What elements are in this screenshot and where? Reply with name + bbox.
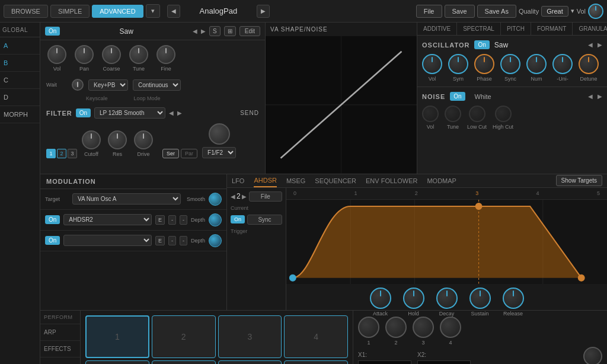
save-as-button[interactable]: Save As xyxy=(477,5,516,18)
simple-tab[interactable]: SIMPLE xyxy=(50,5,90,18)
add-tab-granular[interactable]: GRANULAR xyxy=(573,23,607,35)
sidebar-item-a[interactable]: A xyxy=(0,37,40,55)
mod-on-button-2[interactable]: On xyxy=(45,236,60,245)
dash-button-4[interactable]: - xyxy=(180,236,187,245)
effects-item[interactable]: EFFECTS xyxy=(40,341,80,357)
noise-tune-knob[interactable] xyxy=(445,106,461,122)
pad-1[interactable]: 1 xyxy=(85,315,149,359)
ser-button[interactable]: Ser xyxy=(162,149,179,158)
sidebar-item-c[interactable]: C xyxy=(0,72,40,89)
x1-grid[interactable] xyxy=(358,360,411,365)
release-knob[interactable] xyxy=(503,288,524,309)
drive-knob[interactable] xyxy=(134,130,153,149)
edit-button[interactable]: Edit xyxy=(239,26,260,36)
sidebar-item-morph[interactable]: MORPH xyxy=(0,106,40,123)
hold-knob[interactable] xyxy=(403,288,424,309)
env-tab-ahdsr[interactable]: AHDSR xyxy=(254,174,277,187)
osc-uni-knob[interactable] xyxy=(552,54,573,74)
global-on-button[interactable]: On xyxy=(45,27,60,36)
osc-detune-knob[interactable] xyxy=(579,54,599,74)
pad-2[interactable]: 2 xyxy=(152,315,216,359)
filter-next-arrow[interactable]: ▶ xyxy=(177,110,182,116)
env-tab-lfo[interactable]: LFO xyxy=(232,175,244,187)
osc-vol-knob[interactable] xyxy=(422,54,442,74)
add-tab-pitch[interactable]: PITCH xyxy=(501,23,531,35)
depth-knob-1[interactable] xyxy=(209,213,222,226)
global-coarse-knob[interactable] xyxy=(102,45,121,64)
loop-mode-dropdown[interactable]: Continuous xyxy=(133,79,181,91)
target-dropdown[interactable]: VA Num Osc A xyxy=(72,193,181,205)
waveform-prev-arrow[interactable]: ◀ xyxy=(193,28,197,34)
cutoff-knob[interactable] xyxy=(82,130,101,149)
loop-button[interactable]: ⊞ xyxy=(224,26,236,36)
sustain-knob[interactable] xyxy=(469,288,491,309)
lfo-prev-arrow[interactable]: ◀ xyxy=(231,193,235,200)
env-tab-mseg[interactable]: MSEG xyxy=(286,175,305,187)
noise-vol-knob[interactable] xyxy=(422,106,439,122)
sidebar-item-b[interactable]: B xyxy=(0,55,40,72)
osc-prev-arrow[interactable]: ◀ xyxy=(588,41,593,48)
perf-attack-knob[interactable] xyxy=(583,347,602,365)
env-tab-sequencer[interactable]: SEQUENCER xyxy=(315,175,356,187)
preset-prev-arrow[interactable]: ◀ xyxy=(167,5,180,18)
noise-next-arrow[interactable]: ▶ xyxy=(598,93,602,100)
e-button-1[interactable]: E xyxy=(155,215,165,225)
s-button[interactable]: S xyxy=(209,26,221,36)
add-tab-additive[interactable]: ADDITIVE xyxy=(417,23,457,35)
filter-num-2[interactable]: 2 xyxy=(57,149,66,158)
filter-type-dropdown[interactable]: LP 12dB Smooth xyxy=(94,107,165,119)
pad-3[interactable]: 3 xyxy=(218,315,282,359)
wait-knob[interactable] xyxy=(72,79,84,91)
send-knob[interactable] xyxy=(209,123,230,145)
osc-sync-knob[interactable] xyxy=(500,54,520,74)
file-button[interactable]: File xyxy=(416,5,442,18)
noise-on-button[interactable]: On xyxy=(450,92,465,101)
pad-5[interactable]: 5 xyxy=(85,360,149,364)
lfo-file-button[interactable]: File xyxy=(249,191,282,202)
filter-num-3[interactable]: 3 xyxy=(68,149,77,158)
pad-8[interactable]: 8 xyxy=(284,360,348,364)
dash-button-2[interactable]: - xyxy=(180,215,187,225)
quality-dropdown-icon[interactable]: ▾ xyxy=(571,7,574,15)
mod-dropdown-2[interactable] xyxy=(63,235,152,246)
pad-4[interactable]: 4 xyxy=(284,315,348,359)
osc-sym-knob[interactable] xyxy=(448,54,468,74)
lfo-next-arrow[interactable]: ▶ xyxy=(242,193,247,200)
global-tune-knob[interactable] xyxy=(129,45,148,64)
osc-num-knob[interactable] xyxy=(526,54,547,74)
osc-next-arrow[interactable]: ▶ xyxy=(598,41,602,48)
vol-knob[interactable] xyxy=(588,4,603,19)
filter-on-button[interactable]: On xyxy=(76,108,91,117)
show-targets-button[interactable]: Show Targets xyxy=(556,175,602,186)
depth-knob-2[interactable] xyxy=(209,234,222,247)
advanced-tab[interactable]: ADVANCED xyxy=(92,5,143,18)
ahdsr-dropdown[interactable]: AHDSR2 xyxy=(63,214,152,225)
pad-7[interactable]: 7 xyxy=(218,360,282,364)
dash-button-3[interactable]: - xyxy=(168,236,176,245)
env-tab-env-follower[interactable]: ENV FOLLOWER xyxy=(366,175,417,187)
save-button[interactable]: Save xyxy=(445,5,475,18)
decay-knob[interactable] xyxy=(436,288,458,309)
add-tab-formant[interactable]: FORMANT xyxy=(531,23,573,35)
mod-on-button-1[interactable]: On xyxy=(45,215,60,224)
e-button-2[interactable]: E xyxy=(155,236,165,245)
send-dropdown[interactable]: F1/F2 xyxy=(202,147,236,158)
env-tab-modmap[interactable]: MODMAP xyxy=(427,175,456,187)
smooth-knob[interactable] xyxy=(209,193,222,206)
osc-phase-knob[interactable] xyxy=(474,54,494,74)
osc-on-button[interactable]: On xyxy=(474,40,489,49)
preset-next-arrow[interactable]: ▶ xyxy=(257,5,270,18)
global-pan-knob[interactable] xyxy=(75,45,94,64)
par-button[interactable]: Par xyxy=(181,149,197,158)
attack-knob[interactable] xyxy=(370,288,391,309)
browse-tab[interactable]: BROWSE xyxy=(4,5,48,18)
global-vol-knob[interactable] xyxy=(47,45,66,64)
dash-button-1[interactable]: - xyxy=(168,215,176,225)
global-fine-knob[interactable] xyxy=(156,45,175,64)
add-tab-spectral[interactable]: SPECTRAL xyxy=(457,23,501,35)
preset-dropdown-arrow[interactable]: ▾ xyxy=(146,4,160,18)
sidebar-item-d[interactable]: D xyxy=(0,89,40,106)
res-knob[interactable] xyxy=(108,130,127,149)
waveform-next-arrow[interactable]: ▶ xyxy=(201,28,206,34)
lfo-sync-button[interactable]: Sync xyxy=(247,215,282,225)
